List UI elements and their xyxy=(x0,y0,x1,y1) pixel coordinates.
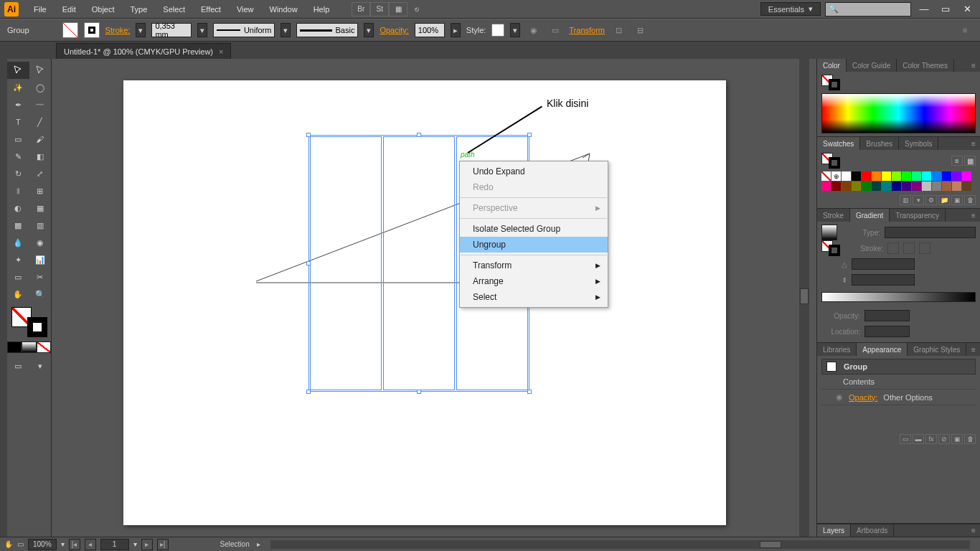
rotate-tool[interactable]: ↻ xyxy=(7,165,29,182)
clear-icon[interactable]: ⊘ xyxy=(938,434,950,444)
handle-nw[interactable] xyxy=(306,133,311,137)
color-mode-gradient[interactable] xyxy=(22,342,36,353)
swatch-color[interactable] xyxy=(902,171,911,181)
tab-swatches[interactable]: Swatches xyxy=(817,137,860,150)
transform-link[interactable]: Transform xyxy=(569,26,605,34)
stroke-down-icon[interactable]: ▾ xyxy=(136,23,146,37)
perspective-tool[interactable]: ▦ xyxy=(29,199,52,217)
stroke-align-2-icon[interactable] xyxy=(903,242,915,254)
tab-color[interactable]: Color xyxy=(817,59,847,72)
selection-tool[interactable] xyxy=(7,62,29,79)
width-tool[interactable]: ⫴ xyxy=(7,182,29,199)
workspace-selector[interactable]: Essentials▾ xyxy=(760,2,821,16)
stroke-align-1-icon[interactable] xyxy=(887,242,899,254)
handle-ne[interactable] xyxy=(527,133,532,137)
stock-icon[interactable]: St xyxy=(370,2,389,17)
add-fill-icon[interactable]: ▬ xyxy=(913,434,924,444)
menu-help[interactable]: Help xyxy=(306,5,338,14)
panel-menu-icon[interactable]: ≡ xyxy=(967,140,980,148)
gradient-angle-input[interactable] xyxy=(852,258,915,270)
artboard-number[interactable]: 1 xyxy=(100,539,129,550)
gradient-tool[interactable]: ▥ xyxy=(29,217,52,234)
eyedropper-tool[interactable]: 💧 xyxy=(7,234,29,251)
swatch-delete-icon[interactable]: 🗑 xyxy=(964,195,976,205)
lasso-tool[interactable]: ◯ xyxy=(29,79,52,96)
panel-menu-icon[interactable]: ≡ xyxy=(967,527,980,534)
recolor-icon[interactable]: ◉ xyxy=(526,22,542,38)
canvas-area[interactable]: path Klik disini Undo Expand Redo Perspe… xyxy=(52,59,816,537)
gradient-opacity-input[interactable] xyxy=(864,310,910,321)
swatch-color[interactable] xyxy=(952,182,961,191)
symbol-sprayer-tool[interactable]: ✦ xyxy=(7,251,29,268)
horizontal-scrollbar[interactable] xyxy=(270,540,970,549)
curvature-tool[interactable]: 〰 xyxy=(29,96,52,113)
tab-stroke[interactable]: Stroke xyxy=(817,209,850,222)
stroke-profile[interactable]: Uniform xyxy=(213,23,275,37)
swatch-color[interactable] xyxy=(912,171,921,181)
panel-menu-icon[interactable]: ≡ xyxy=(967,62,980,70)
swatch-color[interactable] xyxy=(892,171,901,181)
scale-tool[interactable]: ⤢ xyxy=(29,165,52,182)
status-artboard-icon[interactable]: ▭ xyxy=(17,540,24,548)
artboard-last-icon[interactable]: ▸| xyxy=(157,539,169,550)
duplicate-icon[interactable]: ▣ xyxy=(951,434,963,444)
color-mode-solid[interactable] xyxy=(7,342,22,353)
isolate-icon[interactable]: ⊡ xyxy=(611,22,626,38)
blend-tool[interactable]: ◉ xyxy=(29,234,52,251)
swatch-list-icon[interactable]: ≡ xyxy=(951,156,963,166)
ctx-arrange[interactable]: Arrange▶ xyxy=(460,273,608,289)
appearance-contents[interactable]: Contents xyxy=(821,375,976,390)
swatch-color[interactable] xyxy=(831,182,841,191)
stroke-swatch[interactable] xyxy=(84,22,100,38)
pencil-tool[interactable]: ✎ xyxy=(7,148,29,165)
ctx-transform[interactable]: Transform▶ xyxy=(460,258,608,273)
swatch-color[interactable] xyxy=(821,182,831,191)
swatch-color[interactable] xyxy=(932,182,941,191)
edit-clip-icon[interactable]: ⊟ xyxy=(632,22,648,38)
color-mode-none[interactable] xyxy=(37,342,51,353)
swatch-color[interactable] xyxy=(842,171,851,181)
gradient-location-input[interactable] xyxy=(864,326,910,337)
line-tool[interactable]: ╱ xyxy=(29,113,52,131)
stroke-label[interactable]: Stroke: xyxy=(105,26,131,34)
align-icon[interactable]: ▭ xyxy=(547,22,563,38)
screen-mode-tool[interactable]: ▭ xyxy=(7,357,29,375)
status-hand-icon[interactable]: ✋ xyxy=(4,540,13,548)
visibility-icon[interactable]: ◉ xyxy=(836,392,843,402)
shape-builder-tool[interactable]: ◐ xyxy=(7,199,29,217)
swatch-registration[interactable]: ⊕ xyxy=(831,171,841,181)
tab-layers[interactable]: Layers xyxy=(817,524,851,537)
menu-file[interactable]: File xyxy=(26,5,55,14)
tab-artboards[interactable]: Artboards xyxy=(851,524,894,537)
eraser-tool[interactable]: ◧ xyxy=(29,148,52,165)
hand-tool[interactable]: ✋ xyxy=(7,286,29,303)
stroke-align-3-icon[interactable] xyxy=(919,242,930,254)
gpu-icon[interactable]: ⎋ xyxy=(407,2,426,17)
paintbrush-tool[interactable]: 🖌 xyxy=(29,131,52,148)
swatch-grid-icon[interactable]: ▦ xyxy=(964,156,976,166)
search-input[interactable]: 🔍 xyxy=(825,2,911,17)
swatch-fillstroke[interactable] xyxy=(821,153,840,169)
swatch-options-icon[interactable]: ⚙ xyxy=(925,195,937,205)
control-menu-icon[interactable]: ≡ xyxy=(957,22,973,38)
swatch-color[interactable] xyxy=(892,182,901,191)
appearance-opacity-label[interactable]: Opacity: xyxy=(849,393,877,402)
swatch-color[interactable] xyxy=(862,182,871,191)
tab-symbols[interactable]: Symbols xyxy=(899,137,938,150)
tab-color-guide[interactable]: Color Guide xyxy=(847,59,897,72)
swatch-color[interactable] xyxy=(852,182,861,191)
swatch-color[interactable] xyxy=(942,171,951,181)
handle-sw[interactable] xyxy=(306,390,311,394)
color-stroke[interactable] xyxy=(829,79,840,90)
swatch-color[interactable] xyxy=(932,171,941,181)
color-fillstroke[interactable] xyxy=(821,75,840,90)
swatch-color[interactable] xyxy=(842,182,851,191)
style-drop[interactable]: ▾ xyxy=(510,23,520,37)
grad-fillstroke[interactable] xyxy=(821,240,840,256)
direct-selection-tool[interactable] xyxy=(29,62,52,79)
swatch-none[interactable] xyxy=(821,171,831,181)
artboard-prev-icon[interactable]: ◂ xyxy=(85,539,96,550)
ctx-ungroup[interactable]: Ungroup xyxy=(460,237,608,253)
swatch-group-icon[interactable]: 📁 xyxy=(938,195,950,205)
swatch-color[interactable] xyxy=(962,182,971,191)
